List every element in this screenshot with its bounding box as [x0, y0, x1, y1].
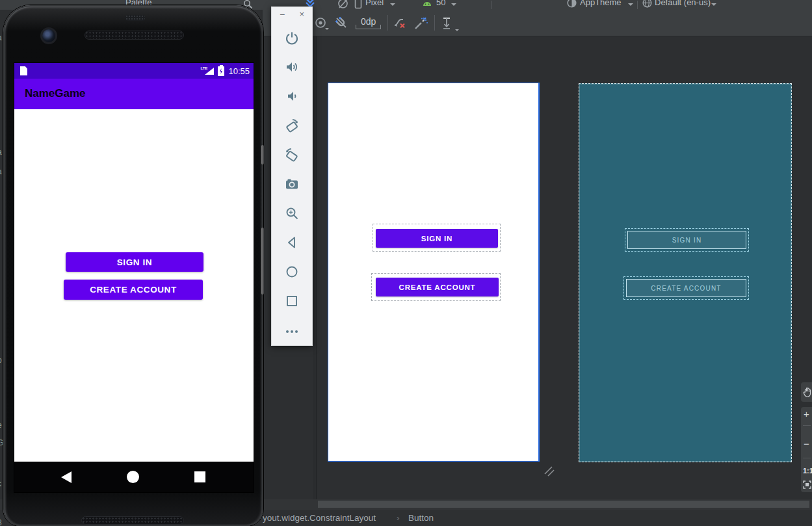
more-icon[interactable] — [283, 322, 300, 339]
status-bar: LTE 10:55 — [14, 63, 254, 79]
breadcrumb-separator: › — [397, 510, 400, 526]
chevron-down-icon — [390, 3, 395, 6]
zoom-ratio-button[interactable]: 1:1 — [803, 467, 812, 475]
clipped-text-fragment: e — [0, 421, 2, 430]
emulator-signin-button[interactable]: SIGN IN — [66, 252, 203, 272]
emulator-create-account-button[interactable]: CREATE ACCOUNT — [64, 280, 203, 300]
blueprint-surface[interactable]: SIGN IN CREATE ACCOUNT — [579, 83, 792, 462]
clipped-text-fragment: a — [0, 148, 2, 157]
battery-charging-icon — [218, 66, 224, 76]
zoom-controls: + − 1:1 — [801, 407, 812, 492]
clipped-text-fragment: o — [0, 356, 2, 365]
toolbar-separator — [387, 15, 388, 31]
home-icon[interactable] — [127, 471, 139, 483]
eye-icon[interactable] — [315, 17, 328, 29]
magnet-off-icon[interactable] — [334, 16, 348, 30]
clear-constraints-icon[interactable] — [393, 16, 407, 31]
back-icon[interactable] — [283, 234, 300, 251]
volume-rocker-hw — [261, 228, 264, 295]
hand-icon — [803, 387, 812, 397]
chevron-down-icon — [451, 3, 456, 6]
phone-screen: LTE 10:55 NameGame SIGN IN CREATE ACCOUN… — [14, 63, 254, 492]
volume-up-icon[interactable] — [283, 59, 300, 75]
circle-slash-icon[interactable] — [337, 0, 349, 10]
panel-edge — [313, 36, 317, 499]
theme-icon — [566, 0, 577, 8]
back-icon[interactable] — [61, 471, 72, 483]
device-selector[interactable]: Pixel — [365, 0, 384, 10]
signal-icon: LTE — [200, 66, 214, 75]
design-create-account-button[interactable]: CREATE ACCOUNT — [376, 278, 499, 296]
emulator-phone: LTE 10:55 NameGame SIGN IN CREATE ACCOUN… — [3, 5, 263, 526]
design-signin-button[interactable]: SIGN IN — [376, 229, 498, 248]
clipped-text-fragment: 8 — [0, 518, 2, 526]
power-button-hw — [261, 145, 264, 164]
divider — [803, 458, 811, 458]
ide-toolbar-design: 0dp — [263, 10, 812, 36]
default-margin-control[interactable]: 0dp — [356, 15, 381, 29]
toolbar-separator — [434, 15, 435, 31]
clipped-text-fragment: c — [0, 479, 1, 488]
camera-icon[interactable] — [283, 176, 300, 192]
minimize-button[interactable]: − — [280, 9, 285, 20]
overview-icon[interactable] — [194, 471, 205, 482]
app-bar: NameGame — [14, 79, 254, 109]
locale-selector[interactable]: Default (en-us) — [655, 0, 711, 10]
clock: 10:55 — [228, 66, 250, 76]
clipped-text-fragment: a — [0, 33, 2, 42]
app-title: NameGame — [25, 87, 86, 100]
earpiece-mic — [125, 15, 145, 21]
api-level-selector[interactable]: 50 — [436, 0, 445, 10]
home-icon[interactable] — [283, 263, 300, 280]
clipped-text-fragment: a — [0, 167, 2, 176]
front-camera — [40, 27, 57, 44]
fit-screen-icon[interactable] — [803, 480, 811, 489]
pan-button[interactable] — [801, 382, 812, 402]
globe-icon — [642, 0, 653, 8]
close-button[interactable]: × — [299, 9, 304, 19]
volume-down-icon[interactable] — [283, 88, 300, 105]
toolbar-separator — [637, 1, 638, 9]
rotate-right-icon[interactable] — [283, 146, 300, 163]
chevron-down-icon — [325, 28, 329, 30]
blueprint-button-label: SIGN IN — [627, 231, 746, 249]
chevron-down-icon — [711, 3, 716, 6]
sd-card-icon — [20, 66, 27, 75]
blueprint-button-label: CREATE ACCOUNT — [626, 279, 746, 297]
android-icon — [421, 0, 433, 8]
zoom-out-button[interactable]: − — [801, 438, 812, 449]
earpiece-speaker — [85, 31, 184, 40]
surface-resize-handle[interactable] — [544, 466, 555, 477]
blueprint-signin-button[interactable]: SIGN IN — [625, 228, 749, 252]
zoom-icon[interactable] — [283, 205, 300, 222]
power-icon[interactable] — [283, 29, 300, 46]
divider — [803, 425, 811, 426]
toolbar-separator — [491, 1, 491, 9]
breadcrumb-current[interactable]: Button — [408, 510, 434, 526]
zoom-in-button[interactable]: + — [801, 408, 812, 419]
design-surface[interactable]: SIGN IN CREATE ACCOUNT — [328, 83, 539, 462]
chevron-down-icon — [455, 29, 459, 31]
blueprint-create-account-button[interactable]: CREATE ACCOUNT — [623, 276, 749, 300]
horizontal-scrollbar[interactable] — [318, 501, 809, 508]
theme-selector[interactable]: AppTheme — [580, 0, 622, 10]
chevron-down-icon — [628, 3, 633, 6]
pack-vertical-icon[interactable] — [441, 16, 454, 31]
navigation-bar — [14, 462, 254, 492]
rotate-left-icon[interactable] — [283, 117, 300, 134]
emulator-controls-panel: − × — [271, 7, 313, 346]
magic-wand-icon[interactable] — [413, 16, 428, 31]
breadcrumb-parent[interactable]: yout.widget.ConstraintLayout — [263, 510, 376, 526]
bottom-speaker — [81, 516, 184, 525]
overview-icon[interactable] — [283, 293, 300, 309]
device-icon — [354, 0, 362, 9]
